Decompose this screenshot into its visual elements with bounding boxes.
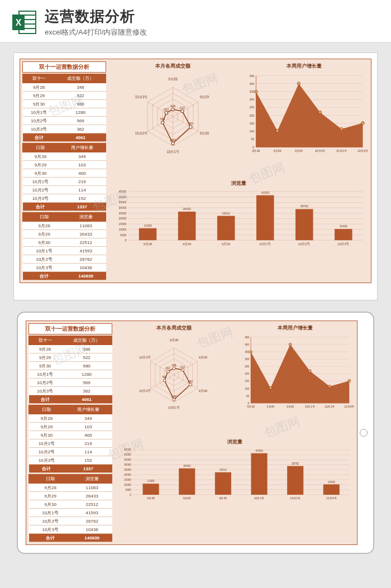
svg-text:569: 569 — [160, 117, 165, 121]
svg-text:9月29: 9月29 — [274, 149, 282, 152]
bar-svg: 0500010000150002000025000300003500040000… — [115, 447, 355, 504]
svg-point-137 — [166, 370, 169, 373]
svg-text:522: 522 — [180, 106, 185, 109]
svg-point-59 — [255, 90, 258, 93]
page-title: 运营数据分析 — [45, 7, 380, 26]
svg-text:9月29: 9月29 — [183, 497, 191, 500]
svg-text:9月30: 9月30 — [222, 243, 230, 246]
radar-svg: 9月289月299月3010月1号10月2号10月3号3485229801280… — [115, 333, 233, 414]
svg-text:28782: 28782 — [301, 205, 308, 208]
area-chart: 本周用户增长量 0501001502002503003504004509月289… — [240, 61, 369, 176]
svg-text:9月30: 9月30 — [199, 389, 208, 393]
svg-text:10月3号: 10月3号 — [357, 149, 368, 152]
dashboard: 双十一运营数据分析 双十一成交额（万）9月283489月295229月30980… — [20, 59, 371, 283]
radar-svg: 9月289月299月3010月1号10月2号10月3号3485229801280… — [108, 71, 237, 159]
svg-point-171 — [348, 380, 351, 383]
svg-point-31 — [171, 142, 174, 145]
svg-text:10月2号: 10月2号 — [290, 497, 301, 500]
svg-text:9月29: 9月29 — [267, 405, 274, 408]
svg-text:250: 250 — [245, 365, 249, 368]
svg-text:9月29: 9月29 — [199, 356, 208, 359]
svg-text:348: 348 — [171, 364, 176, 367]
svg-text:26433: 26433 — [183, 465, 190, 467]
svg-text:35000: 35000 — [124, 458, 131, 461]
svg-text:20000: 20000 — [118, 217, 126, 221]
svg-text:30000: 30000 — [118, 206, 126, 209]
bar-chart: 浏览量 050001000015000200002500030000350004… — [115, 437, 355, 542]
svg-text:9月30: 9月30 — [295, 149, 303, 152]
svg-text:10月1号: 10月1号 — [259, 243, 271, 246]
svg-text:10月3号: 10月3号 — [344, 405, 354, 408]
svg-text:50: 50 — [246, 395, 250, 398]
svg-rect-199 — [215, 472, 231, 495]
svg-point-35 — [165, 111, 168, 114]
svg-text:X: X — [16, 18, 22, 27]
svg-text:28782: 28782 — [292, 462, 299, 465]
svg-rect-100 — [256, 195, 274, 241]
svg-point-129 — [182, 369, 184, 371]
svg-text:9月28: 9月28 — [247, 405, 255, 408]
svg-text:9月28: 9月28 — [170, 338, 179, 342]
svg-text:9月29: 9月29 — [183, 243, 191, 246]
svg-text:10月1号: 10月1号 — [168, 406, 180, 409]
svg-point-69 — [361, 122, 364, 125]
svg-text:15000: 15000 — [118, 222, 126, 226]
svg-point-25 — [171, 108, 174, 111]
chart-title: 本周用户增长量 — [236, 323, 355, 333]
table-slot-0: 双十一成交额（万）9月283489月295229月3098010月1号12801… — [28, 336, 112, 404]
svg-text:450: 450 — [249, 74, 254, 78]
svg-text:980: 980 — [188, 122, 193, 125]
svg-line-124 — [151, 361, 174, 375]
svg-rect-91 — [139, 228, 157, 240]
excel-icon: X — [11, 9, 38, 36]
svg-text:522: 522 — [180, 366, 185, 369]
svg-rect-208 — [323, 484, 340, 495]
svg-text:10月3号: 10月3号 — [135, 95, 148, 99]
dashboard-title: 双十一运营数据分析 — [22, 61, 106, 73]
svg-rect-205 — [287, 466, 303, 495]
svg-text:30000: 30000 — [124, 463, 131, 466]
tables-column: 双十一运营数据分析 双十一成交额（万）9月283489月295229月30980… — [22, 61, 106, 280]
svg-point-27 — [181, 109, 184, 112]
svg-rect-94 — [178, 212, 196, 240]
svg-text:400: 400 — [249, 82, 254, 85]
svg-text:450: 450 — [245, 336, 249, 339]
svg-point-61 — [276, 130, 279, 132]
svg-text:11083: 11083 — [144, 224, 151, 227]
svg-point-161 — [250, 351, 252, 353]
tables-column: 双十一运营数据分析 双十一成交额（万）9月283489月295229月30980… — [28, 323, 112, 542]
svg-rect-106 — [335, 229, 352, 240]
svg-text:50: 50 — [251, 137, 254, 141]
svg-text:10月1号: 10月1号 — [315, 149, 326, 152]
svg-text:0: 0 — [248, 402, 250, 405]
svg-text:150: 150 — [245, 380, 249, 383]
svg-text:9月28: 9月28 — [144, 243, 152, 246]
table-slot-1: 日期用户增长量9月283499月291039月3040010月1号21910月2… — [28, 405, 112, 473]
svg-text:11083: 11083 — [147, 480, 155, 482]
svg-text:300: 300 — [245, 358, 249, 361]
svg-text:40000: 40000 — [124, 454, 131, 457]
svg-point-163 — [269, 386, 272, 389]
svg-text:9月30: 9月30 — [200, 131, 209, 135]
svg-point-127 — [173, 367, 175, 370]
svg-text:41593: 41593 — [256, 450, 263, 452]
svg-text:980: 980 — [188, 380, 193, 383]
radar-chart: 本月各周成交额 9月289月299月3010月1号10月2号10月3号34852… — [115, 323, 233, 435]
svg-text:0: 0 — [130, 494, 131, 496]
svg-text:5000: 5000 — [126, 489, 132, 491]
svg-text:45000: 45000 — [124, 449, 131, 452]
svg-point-135 — [163, 379, 166, 382]
svg-text:10月3号: 10月3号 — [337, 243, 349, 246]
svg-text:348: 348 — [170, 104, 175, 108]
area-svg: 0501001502002503003504004509月289月299月301… — [236, 333, 355, 414]
svg-text:5000: 5000 — [120, 233, 126, 237]
chart-title: 本周用户增长量 — [240, 61, 369, 71]
svg-text:9月30: 9月30 — [287, 405, 294, 408]
svg-text:26433: 26433 — [183, 207, 191, 211]
chart-title: 浏览量 — [115, 437, 355, 447]
svg-text:15000: 15000 — [124, 479, 131, 481]
svg-text:400: 400 — [245, 343, 249, 346]
svg-point-169 — [328, 385, 331, 388]
svg-text:10月3号: 10月3号 — [139, 356, 151, 359]
svg-text:25000: 25000 — [124, 469, 131, 471]
